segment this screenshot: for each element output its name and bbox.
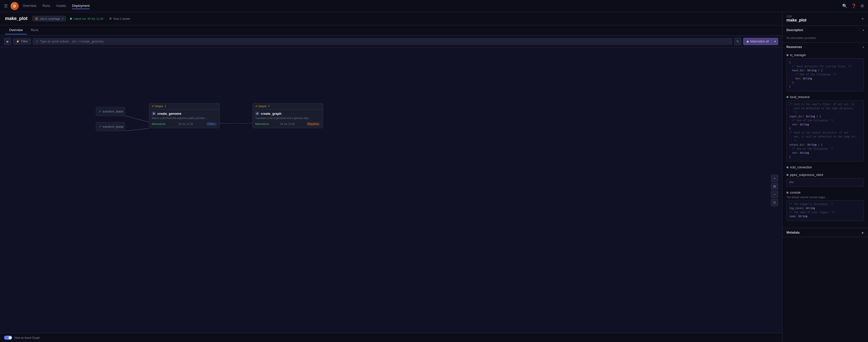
tabs-row: Overview Runs [0, 25, 782, 35]
assets-label: View 2 assets [113, 17, 130, 20]
run-label: Latest run: 20 Jul, 11:24 [73, 17, 103, 20]
nav-assets[interactable]: Assets [56, 3, 66, 9]
create-graph-card[interactable]: ↺ Unsync 2 ▣ create_graph Transform a li… [252, 103, 323, 128]
resource-io-manager: io_manager { /* Base directory for stori… [786, 53, 864, 91]
assets-badge[interactable]: ⊞ View 2 assets [109, 17, 130, 20]
description-section: Description ▾ No description provided [782, 26, 868, 43]
create-graph-header: ↺ Unsync 2 [253, 104, 323, 110]
resource-io-manager-name: io_manager [786, 53, 864, 57]
create-genome-status: Materialized [152, 122, 165, 125]
left-content: make_plot 💼 Job in synphage ↗ Latest run… [0, 12, 782, 342]
resource-console-name: console [786, 191, 864, 194]
filter-button[interactable]: ⚡ Filter [13, 38, 31, 45]
create-graph-body: ▣ create_graph Transform a list of genom… [253, 110, 323, 128]
description-section-title: Description [786, 28, 803, 32]
transform-blastn-node[interactable]: ↗ transform_blastn [96, 107, 125, 116]
title-meta: 💼 Job in synphage ↗ Latest run: 20 Jul, … [33, 16, 130, 21]
grid-icon: ⊞ [109, 17, 112, 20]
settings-icon[interactable]: ⚙ [861, 3, 864, 8]
create-graph-status: Materialized [255, 122, 269, 125]
tab-overview[interactable]: Overview [5, 26, 27, 34]
zoom-out-button[interactable]: − [771, 191, 778, 198]
unsync-label-2: Unsync [258, 105, 267, 108]
toggle-thumb [8, 336, 11, 339]
right-panel: Job make_plot ✕ Description ▾ No descrip… [782, 12, 868, 342]
create-genome-header: ↺ Unsync 2 [149, 104, 219, 110]
toggle-track[interactable] [4, 336, 12, 340]
hamburger-icon[interactable]: ☰ [4, 3, 7, 8]
materialize-chevron[interactable]: ▾ [772, 38, 778, 45]
external-link-icon-2: ↗ [99, 125, 101, 129]
search-input[interactable] [40, 40, 730, 43]
resource-pipes-any: Any [789, 181, 794, 184]
resource-local-resource-name: local_resource [786, 95, 864, 99]
create-genome-footer: Materialized 20 Jul, 11:25 Python [152, 122, 217, 126]
external-link-icon: ↗ [62, 17, 64, 20]
zoom-fit-button[interactable]: ⊞ [771, 183, 778, 190]
resource-ncbi-connection: ncbi_connection [786, 166, 864, 169]
resource-ncbi-connection-name: ncbi_connection [786, 166, 864, 169]
run-badge[interactable]: Latest run: 20 Jul, 11:24 [70, 17, 103, 20]
resource-pipes-label: pipes_subprocess_client [790, 173, 823, 177]
canvas-area: ↗ transform_blastn ↗ transform_blastp ↺ … [0, 48, 782, 333]
transform-blastp-node[interactable]: ↗ transform_blastp [96, 122, 125, 131]
app-logo: D [10, 2, 19, 10]
resources-section-title: Resources [786, 45, 802, 49]
description-section-header[interactable]: Description ▾ [782, 26, 868, 34]
tab-runs[interactable]: Runs [27, 26, 42, 34]
create-genome-date: 20 Jul, 11:25 [179, 122, 193, 125]
description-toggle-icon: ▾ [863, 29, 864, 32]
resources-section-content: io_manager { /* Base directory for stori… [782, 51, 868, 228]
asset-icon-1: ▣ [152, 112, 156, 115]
resource-console-code: /* The logger's threshold. */ log_level:… [786, 200, 864, 221]
panel-title-label: Job [786, 15, 806, 18]
refresh-icon-1: ↺ [152, 105, 154, 108]
panel-title-block: Job make_plot [786, 15, 806, 23]
resources-toggle-icon: ▾ [863, 46, 864, 49]
materialize-button[interactable]: ◆ Materialize all [743, 38, 772, 45]
help-icon[interactable]: ❓ [851, 3, 857, 8]
search-icon[interactable]: 🔍 [842, 3, 847, 8]
nav-overview[interactable]: Overview [23, 3, 36, 9]
search-container: ⬡ [33, 38, 732, 45]
page-title: make_plot [5, 16, 28, 21]
resource-dot-1 [786, 54, 788, 56]
nav-deployment[interactable]: Deployment [72, 3, 90, 9]
resource-io-manager-label: io_manager [790, 53, 806, 57]
zoom-reset-button[interactable]: ⊙ [771, 199, 778, 206]
panel-close-icon[interactable]: ✕ [862, 17, 864, 21]
job-badge[interactable]: 💼 Job in synphage ↗ [33, 16, 66, 21]
description-section-content: No description provided [782, 34, 868, 42]
resource-console-label: console [790, 191, 800, 194]
transform-blastn-label: transform_blastn [103, 110, 123, 113]
metadata-section-header[interactable]: Metadata ▶ [782, 228, 868, 237]
create-genome-name: ▣ create_genome [152, 112, 217, 115]
transform-blastp-label: transform_blastp [103, 125, 123, 128]
job-label: Job in synphage [40, 17, 60, 20]
metadata-section-title: Metadata [786, 231, 800, 234]
create-graph-date: 20 Jul, 11:25 [280, 122, 294, 125]
unsync-badge-2: ↺ Unsync 2 [255, 105, 270, 108]
asset-graph-toggle[interactable]: View as Asset Graph [4, 336, 40, 340]
resource-dot-2 [786, 96, 788, 98]
create-genome-card[interactable]: ↺ Unsync 2 ▣ create_genome Return a dict… [149, 103, 220, 128]
create-genome-body: ▣ create_genome Return a dict from the s… [149, 110, 219, 128]
resources-section-header[interactable]: Resources ▾ [782, 43, 868, 51]
nav-runs[interactable]: Runs [42, 3, 50, 9]
materialize-label: Materialize all [750, 40, 769, 43]
zoom-controls: + ⊞ − ⊙ [771, 175, 778, 206]
resource-console-desc: The default colored console logger. [786, 196, 864, 199]
run-button[interactable]: ▶ [4, 38, 11, 45]
resource-pipes-name: pipes_subprocess_client [786, 173, 864, 177]
toolbar: ▶ ⚡ Filter ⬡ ↻ ◆ Materialize all ▾ [0, 35, 782, 48]
zoom-in-button[interactable]: + [771, 175, 778, 182]
metadata-section: Metadata ▶ [782, 228, 868, 237]
create-graph-lang: Biopython [306, 122, 320, 126]
materialize-icon: ◆ [747, 40, 749, 43]
top-navigation: ☰ D Overview Runs Assets Deployment 🔍 ❓ … [0, 0, 868, 12]
resource-pipes-code: Any [786, 178, 864, 187]
refresh-button[interactable]: ↻ [734, 38, 741, 45]
toolbar-right: ↻ ◆ Materialize all ▾ [734, 38, 778, 45]
briefcase-icon: 💼 [35, 17, 38, 20]
create-genome-lang: Python [206, 122, 217, 126]
